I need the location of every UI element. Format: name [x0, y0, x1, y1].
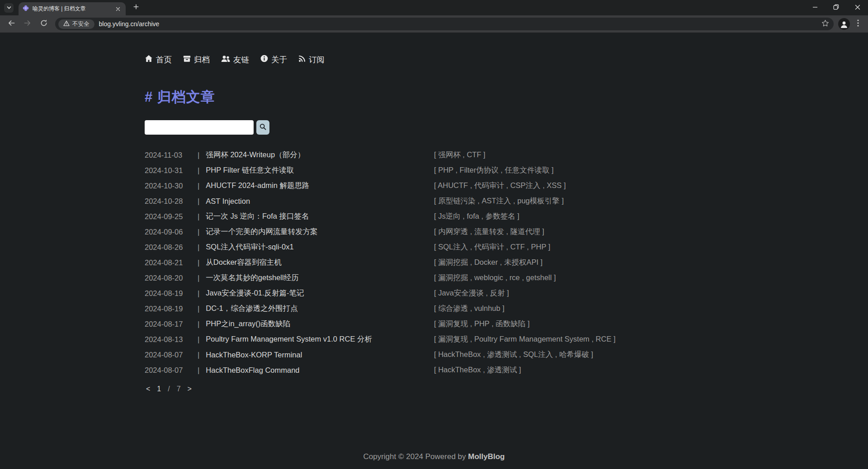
- date-title-separator: |: [198, 182, 199, 190]
- post-tags: [ 内网穿透 , 流量转发 , 隧道代理 ]: [434, 227, 723, 237]
- bookmark-button[interactable]: [819, 18, 831, 30]
- archive-row: 2024-08-19 | Java安全漫谈-01.反射篇-笔记 [ Java安全…: [145, 286, 723, 301]
- post-title: 一次莫名其妙的getshell经历: [206, 273, 298, 283]
- post-title: AHUCTF 2024-admin 解题思路: [206, 181, 309, 191]
- post-link[interactable]: 2024-08-19 | Java安全漫谈-01.反射篇-笔记: [145, 288, 304, 298]
- post-link[interactable]: 2024-08-21 | 从Docker容器到宿主机: [145, 258, 282, 267]
- nav-item-archive[interactable]: 归档: [183, 54, 210, 65]
- archive-row: 2024-08-13 | Poultry Farm Management Sys…: [145, 332, 723, 347]
- pagination-prev[interactable]: <: [146, 385, 150, 393]
- new-tab-button[interactable]: [131, 2, 141, 12]
- post-date: 2024-08-17: [145, 320, 190, 328]
- nav-item-friends[interactable]: 友链: [221, 54, 249, 65]
- archive-row-left: 2024-09-06 | 记录一个完美的内网流量转发方案: [145, 227, 434, 237]
- post-link[interactable]: 2024-11-03 | 强网杯 2024-Writeup（部分）: [145, 150, 305, 160]
- post-link[interactable]: 2024-08-07 | HackTheBox-KORP Terminal: [145, 351, 302, 359]
- post-date: 2024-11-03: [145, 151, 190, 159]
- forward-arrow-icon: [24, 19, 32, 29]
- archive-row-left: 2024-08-21 | 从Docker容器到宿主机: [145, 258, 434, 267]
- security-badge[interactable]: 不安全: [58, 19, 94, 29]
- post-tags: [ 漏洞挖掘 , weblogic , rce , getshell ]: [434, 273, 723, 283]
- post-date: 2024-08-19: [145, 289, 190, 298]
- date-title-separator: |: [198, 166, 199, 175]
- browser-menu-button[interactable]: [853, 18, 863, 30]
- post-link[interactable]: 2024-10-28 | AST Injection: [145, 197, 250, 206]
- friends-icon: [221, 55, 230, 65]
- security-label: 不安全: [72, 20, 90, 28]
- pagination: < 1 / 7 >: [145, 385, 723, 393]
- archive-row-left: 2024-08-17 | PHP之in_array()函数缺陷: [145, 319, 434, 329]
- post-title: AST Injection: [206, 197, 250, 206]
- nav-item-about[interactable]: 关于: [260, 54, 287, 65]
- post-link[interactable]: 2024-10-30 | AHUCTF 2024-admin 解题思路: [145, 181, 310, 191]
- date-title-separator: |: [198, 335, 199, 344]
- window-controls: [804, 0, 868, 15]
- post-tags: [ 综合渗透 , vulnhub ]: [434, 304, 723, 314]
- copyright-text: Copyright © 2024 Powered by: [363, 452, 468, 461]
- page-title: # 归档文章: [145, 88, 723, 107]
- post-title: 记一次 Js 逆向：Fofa 接口签名: [206, 211, 309, 221]
- post-title: Poultry Farm Management System v1.0 RCE …: [206, 334, 372, 344]
- post-link[interactable]: 2024-08-13 | Poultry Farm Management Sys…: [145, 334, 372, 344]
- tab-strip: 喻灵的博客 | 归档文章: [0, 0, 868, 15]
- footer-brand-link[interactable]: MollyBlog: [468, 452, 505, 461]
- search-input[interactable]: [145, 120, 254, 135]
- tab-search-chevron-button[interactable]: [4, 3, 14, 13]
- page-content: 首页 归档: [0, 33, 868, 469]
- archive-row-left: 2024-08-19 | DC-1，综合渗透之外围打点: [145, 304, 434, 314]
- post-tags: [ Js逆向 , fofa , 参数签名 ]: [434, 211, 723, 221]
- post-title: HackTheBox-KORP Terminal: [206, 351, 302, 359]
- post-link[interactable]: 2024-08-26 | SQL注入代码审计-sqli-0x1: [145, 242, 294, 252]
- browser-window: 喻灵的博客 | 归档文章: [0, 0, 868, 469]
- archive-row-left: 2024-08-26 | SQL注入代码审计-sqli-0x1: [145, 242, 434, 252]
- browser-tab[interactable]: 喻灵的博客 | 归档文章: [19, 2, 126, 15]
- nav-item-rss[interactable]: 订阅: [298, 54, 325, 65]
- archive-row: 2024-11-03 | 强网杯 2024-Writeup（部分） [ 强网杯 …: [145, 147, 723, 163]
- search-icon: [259, 123, 266, 131]
- post-title: PHP之in_array()函数缺陷: [206, 319, 290, 329]
- reload-button[interactable]: [37, 17, 51, 31]
- nav-label: 归档: [194, 54, 210, 65]
- forward-button[interactable]: [21, 17, 34, 31]
- archive-list: 2024-11-03 | 强网杯 2024-Writeup（部分） [ 强网杯 …: [145, 147, 723, 378]
- post-link[interactable]: 2024-08-07 | HackTheBoxFlag Command: [145, 366, 300, 375]
- post-title: SQL注入代码审计-sqli-0x1: [206, 242, 293, 252]
- post-title: Java安全漫谈-01.反射篇-笔记: [206, 288, 304, 298]
- tab-close-icon[interactable]: [114, 5, 122, 13]
- profile-avatar[interactable]: [838, 18, 850, 30]
- post-link[interactable]: 2024-08-20 | 一次莫名其妙的getshell经历: [145, 273, 299, 283]
- post-tags: [ PHP , Filter伪协议 , 任意文件读取 ]: [434, 165, 723, 175]
- search-button[interactable]: [256, 120, 269, 135]
- post-link[interactable]: 2024-08-17 | PHP之in_array()函数缺陷: [145, 319, 290, 329]
- post-tags: [ 漏洞挖掘 , Docker , 未授权API ]: [434, 258, 723, 267]
- nav-item-home[interactable]: 首页: [145, 54, 172, 65]
- post-link[interactable]: 2024-08-19 | DC-1，综合渗透之外围打点: [145, 304, 298, 314]
- post-date: 2024-10-28: [145, 197, 190, 206]
- warning-triangle-icon: [63, 20, 70, 28]
- pagination-next[interactable]: >: [188, 385, 192, 393]
- archive-row: 2024-08-17 | PHP之in_array()函数缺陷 [ 漏洞复现 ,…: [145, 316, 723, 332]
- archive-row: 2024-08-19 | DC-1，综合渗透之外围打点 [ 综合渗透 , vul…: [145, 301, 723, 316]
- date-title-separator: |: [198, 289, 199, 298]
- search-bar: [145, 120, 723, 135]
- back-button[interactable]: [5, 17, 18, 31]
- post-link[interactable]: 2024-10-31 | PHP Filter 链任意文件读取: [145, 165, 294, 175]
- archive-row: 2024-08-26 | SQL注入代码审计-sqli-0x1 [ SQL注入 …: [145, 239, 723, 255]
- pagination-total-pages: 7: [177, 385, 181, 393]
- main-navigation: 首页 归档: [145, 54, 723, 65]
- back-arrow-icon: [7, 19, 15, 29]
- close-button[interactable]: [847, 0, 868, 15]
- archive-row: 2024-09-25 | 记一次 Js 逆向：Fofa 接口签名 [ Js逆向 …: [145, 209, 723, 224]
- date-title-separator: |: [198, 366, 199, 375]
- date-title-separator: |: [198, 243, 199, 252]
- nav-label: 友链: [233, 54, 249, 65]
- restore-button[interactable]: [826, 0, 847, 15]
- page-footer: Copyright © 2024 Powered by MollyBlog: [0, 452, 868, 469]
- nav-label: 关于: [271, 54, 287, 65]
- archive-row: 2024-08-07 | HackTheBoxFlag Command [ Ha…: [145, 362, 723, 378]
- minimize-button[interactable]: [804, 0, 826, 15]
- post-link[interactable]: 2024-09-25 | 记一次 Js 逆向：Fofa 接口签名: [145, 211, 309, 221]
- about-icon: [260, 55, 268, 65]
- url-bar[interactable]: 不安全 blog.yvling.cn/archive: [55, 18, 834, 30]
- post-link[interactable]: 2024-09-06 | 记录一个完美的内网流量转发方案: [145, 227, 318, 237]
